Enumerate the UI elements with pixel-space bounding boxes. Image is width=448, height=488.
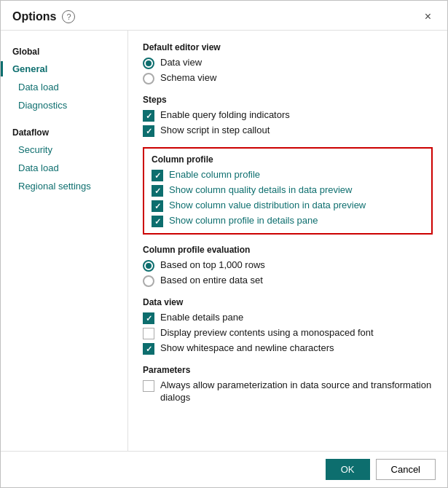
sidebar-item-data-load[interactable]: Data load [1, 78, 127, 96]
checkbox-enable-details-pane-label: Enable details pane [160, 312, 243, 324]
checkbox-monospaced-font[interactable]: Display preview contents using a monospa… [143, 327, 433, 339]
column-profile-evaluation-options: Based on top 1,000 rows Based on entire … [143, 259, 433, 287]
checkbox-whitespace[interactable]: Show whitespace and newline characters [143, 342, 433, 355]
dialog-title: Options [12, 10, 56, 23]
data-view-title: Data view [143, 297, 433, 307]
radio-schema-view-label: Schema view [160, 72, 216, 84]
checkbox-monospaced-font-label: Display preview contents using a monospa… [160, 327, 374, 339]
sidebar-item-general[interactable]: General [1, 60, 127, 78]
checkbox-profile-details-pane-label: Show column profile in details pane [169, 215, 318, 227]
ok-button[interactable]: OK [326, 459, 370, 480]
parameters-section: Parameters Always allow parameterization… [143, 365, 433, 404]
checkbox-value-distribution-label: Show column value distribution in data p… [169, 200, 366, 212]
radio-entire-dataset[interactable]: Based on entire data set [143, 275, 433, 287]
radio-top-1000[interactable]: Based on top 1,000 rows [143, 259, 433, 272]
radio-schema-view[interactable]: Schema view [143, 72, 433, 84]
title-row: Options ? [12, 10, 75, 23]
checkbox-query-folding[interactable]: Enable query folding indicators [143, 109, 433, 122]
radio-data-view-circle [143, 58, 154, 69]
checkbox-enable-details-pane-box [143, 312, 154, 324]
radio-top-1000-circle [143, 260, 154, 272]
checkbox-quality-details-box [152, 185, 163, 197]
data-view-options: Enable details pane Display preview cont… [143, 312, 433, 355]
checkbox-script-step-box [143, 125, 154, 137]
checkbox-whitespace-label: Show whitespace and newline characters [160, 342, 334, 355]
options-dialog: Options ? × Global General Data load Dia… [0, 0, 448, 488]
steps-title: Steps [143, 95, 433, 105]
sidebar-item-security[interactable]: Security [1, 141, 127, 159]
checkbox-enable-column-profile[interactable]: Enable column profile [152, 169, 424, 181]
dialog-body: Global General Data load Diagnostics Dat… [1, 31, 447, 451]
checkbox-enable-column-profile-label: Enable column profile [169, 169, 260, 181]
checkbox-quality-details-label: Show column quality details in data prev… [169, 184, 352, 197]
radio-entire-dataset-label: Based on entire data set [160, 275, 263, 287]
global-section-title: Global [1, 42, 127, 60]
main-content: Default editor view Data view Schema vie… [128, 31, 447, 451]
column-profile-evaluation-title: Column profile evaluation [143, 245, 433, 255]
checkbox-profile-details-pane-box [152, 216, 163, 227]
checkbox-quality-details[interactable]: Show column quality details in data prev… [152, 184, 424, 197]
radio-top-1000-label: Based on top 1,000 rows [160, 259, 265, 272]
radio-data-view-label: Data view [160, 57, 202, 69]
sidebar: Global General Data load Diagnostics Dat… [1, 31, 128, 451]
column-profile-options: Enable column profile Show column qualit… [152, 169, 424, 227]
default-editor-view-title: Default editor view [143, 42, 433, 52]
close-button[interactable]: × [420, 9, 436, 24]
checkbox-whitespace-box [143, 343, 154, 355]
checkbox-query-folding-box [143, 110, 154, 122]
checkbox-script-step-label: Show script in step callout [160, 125, 270, 137]
radio-entire-dataset-circle [143, 275, 154, 287]
radio-data-view[interactable]: Data view [143, 57, 433, 69]
checkbox-parameterization-box [143, 380, 154, 392]
checkbox-value-distribution-box [152, 200, 163, 212]
data-view-section: Data view Enable details pane Display pr… [143, 297, 433, 355]
dialog-header: Options ? × [1, 1, 447, 31]
cancel-button[interactable]: Cancel [376, 459, 436, 480]
steps-section: Steps Enable query folding indicators Sh… [143, 95, 433, 137]
steps-options: Enable query folding indicators Show scr… [143, 109, 433, 137]
checkbox-monospaced-font-box [143, 328, 154, 339]
checkbox-enable-details-pane[interactable]: Enable details pane [143, 312, 433, 324]
sidebar-item-diagnostics[interactable]: Diagnostics [1, 96, 127, 114]
checkbox-enable-column-profile-box [152, 170, 163, 181]
default-editor-view-options: Data view Schema view [143, 57, 433, 84]
checkbox-parameterization-label: Always allow parameterization in data so… [160, 379, 433, 404]
column-profile-evaluation-section: Column profile evaluation Based on top 1… [143, 245, 433, 287]
sidebar-item-regional-settings[interactable]: Regional settings [1, 177, 127, 195]
checkbox-query-folding-label: Enable query folding indicators [160, 109, 290, 122]
help-icon[interactable]: ? [62, 10, 75, 23]
radio-schema-view-circle [143, 73, 154, 84]
dialog-footer: OK Cancel [1, 451, 447, 487]
column-profile-section: Column profile Enable column profile Sho… [143, 147, 433, 235]
sidebar-item-data-load-df[interactable]: Data load [1, 159, 127, 177]
checkbox-value-distribution[interactable]: Show column value distribution in data p… [152, 200, 424, 212]
default-editor-view-section: Default editor view Data view Schema vie… [143, 42, 433, 84]
dataflow-section-title: Dataflow [1, 123, 127, 141]
checkbox-profile-details-pane[interactable]: Show column profile in details pane [152, 215, 424, 227]
column-profile-title: Column profile [152, 154, 424, 165]
checkbox-script-step[interactable]: Show script in step callout [143, 125, 433, 137]
parameters-title: Parameters [143, 365, 433, 375]
parameters-options: Always allow parameterization in data so… [143, 379, 433, 404]
checkbox-parameterization[interactable]: Always allow parameterization in data so… [143, 379, 433, 404]
